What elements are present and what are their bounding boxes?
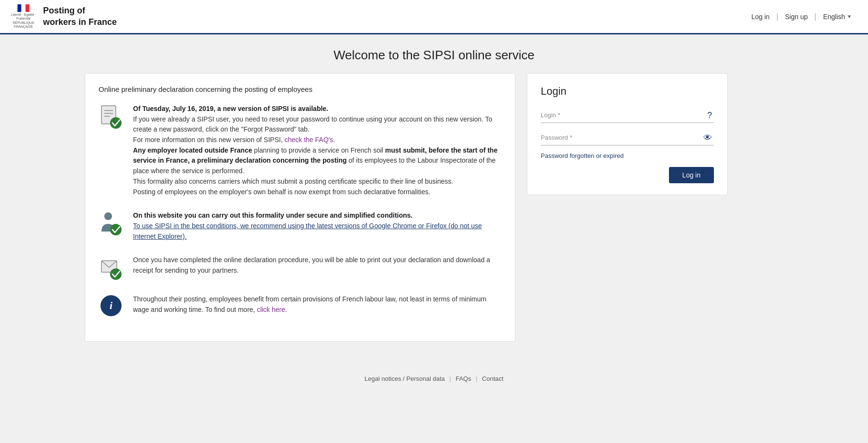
info-text-formality: On this website you can carry out this f… — [133, 210, 501, 242]
password-field: 👁 — [541, 130, 714, 145]
info-row-labour-law: i Throughout their posting, employees be… — [99, 294, 501, 316]
footer-divider-1: | — [449, 375, 451, 382]
faq-link[interactable]: check the FAQ's. — [285, 136, 335, 144]
info-row-sipsi-update: Of Tuesday, July 16, 2019, a new version… — [99, 104, 501, 197]
main-content: Online preliminary declaration concernin… — [75, 73, 793, 361]
person-check-icon — [99, 210, 123, 236]
info-text-labour-law: Throughout their posting, employees bene… — [133, 294, 501, 315]
svg-point-10 — [110, 224, 122, 235]
faqs-link[interactable]: FAQs — [456, 375, 471, 382]
chrome-firefox-link[interactable]: To use SIPSI in the best conditions, we … — [133, 222, 482, 240]
header-left: Liberté · Égalité · Fraternité RÉPUBLIQU… — [10, 4, 117, 29]
login-link[interactable]: Log in — [745, 13, 776, 21]
republic-logo: Liberté · Égalité · Fraternité RÉPUBLIQU… — [10, 4, 37, 29]
login-panel-title: Login — [541, 85, 714, 98]
svg-rect-0 — [17, 4, 21, 12]
eye-icon[interactable]: 👁 — [703, 133, 712, 143]
svg-rect-2 — [25, 4, 29, 12]
login-panel: Login ? 👁 Password forgotten or expired … — [527, 73, 728, 195]
site-footer: Legal notices / Personal data | FAQs | C… — [0, 361, 868, 392]
login-input[interactable] — [541, 107, 714, 123]
signup-link[interactable]: Sign up — [779, 13, 814, 21]
login-field: ? — [541, 107, 714, 123]
info-text-receipt: Once you have completed the online decla… — [133, 255, 501, 276]
envelope-check-icon — [99, 255, 123, 281]
find-out-more-link[interactable]: click here. — [257, 306, 287, 313]
info-panel-title: Online preliminary declaration concernin… — [99, 85, 501, 93]
svg-point-12 — [110, 268, 122, 280]
login-button[interactable]: Log in — [669, 167, 714, 183]
help-icon[interactable]: ? — [707, 110, 712, 120]
chevron-down-icon: ▼ — [847, 14, 852, 19]
info-row-formality: On this website you can carry out this f… — [99, 210, 501, 242]
language-label: English — [823, 13, 845, 21]
site-header: Liberté · Égalité · Fraternité RÉPUBLIQU… — [0, 0, 868, 34]
doc-check-icon — [99, 104, 123, 130]
contact-link[interactable]: Contact — [482, 375, 503, 382]
info-circle-icon: i — [99, 294, 123, 316]
svg-rect-1 — [22, 4, 26, 12]
info-row-receipt: Once you have completed the online decla… — [99, 255, 501, 281]
forgot-password-link[interactable]: Password forgotten or expired — [541, 152, 714, 159]
svg-point-8 — [110, 117, 122, 129]
info-text-sipsi-update: Of Tuesday, July 16, 2019, a new version… — [133, 104, 501, 197]
site-title: Posting of workers in France — [43, 5, 117, 28]
flag-icon — [10, 4, 37, 12]
language-selector[interactable]: English ▼ — [816, 13, 858, 21]
page-title: Welcome to the SIPSI online service — [10, 48, 858, 63]
login-button-container: Log in — [541, 167, 714, 183]
page-title-bar: Welcome to the SIPSI online service — [0, 34, 868, 73]
legal-notices-link[interactable]: Legal notices / Personal data — [365, 375, 445, 382]
header-nav: Log in | Sign up | English ▼ — [745, 12, 858, 21]
republic-text: Liberté · Égalité · Fraternité RÉPUBLIQU… — [10, 13, 37, 29]
svg-point-9 — [104, 212, 112, 220]
footer-divider-2: | — [476, 375, 477, 382]
info-panel: Online preliminary declaration concernin… — [85, 73, 515, 342]
password-input[interactable] — [541, 130, 714, 145]
